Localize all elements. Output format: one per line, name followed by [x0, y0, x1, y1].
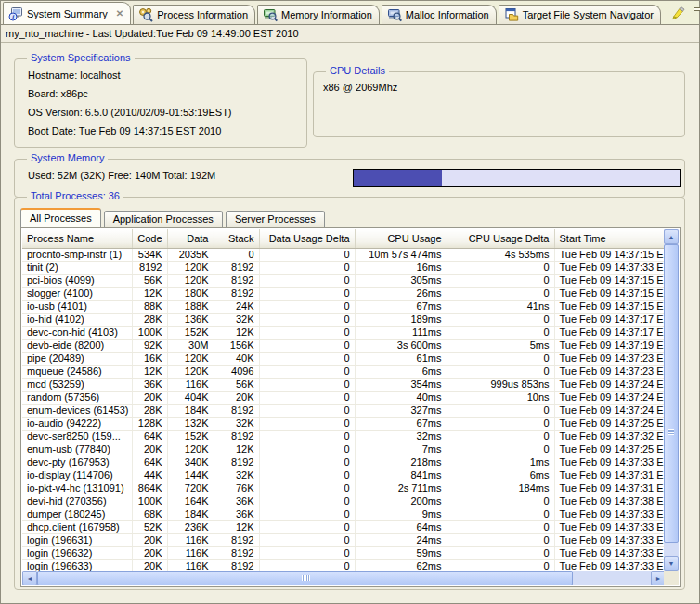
table-row[interactable]: enum-devices (61453) 28K 184K 8192 0 327…	[22, 404, 666, 417]
cell-code: 100K	[132, 326, 167, 339]
tab-all-processes[interactable]: All Processes	[20, 208, 101, 227]
scroll-up-icon: ▲	[668, 234, 675, 240]
cell-cpu-usage-delta: 0	[447, 352, 554, 365]
cell-data: 152K	[167, 326, 214, 339]
table-row[interactable]: devc-ser8250 (159... 64K 152K 8192 0 32m…	[22, 430, 666, 443]
table-row[interactable]: io-audio (94222) 128K 132K 32K 0 67ms 0 …	[22, 417, 666, 430]
cell-data: 132K	[167, 417, 214, 430]
col-start-time[interactable]: Start Time	[554, 229, 666, 248]
horizontal-scrollbar[interactable]: ◄ ►	[22, 571, 666, 585]
tab-label: All Processes	[30, 212, 92, 224]
table-row[interactable]: mqueue (24586) 12K 120K 4096 0 6ms 0 Tue…	[22, 365, 666, 378]
last-updated-text: my_nto_machine - Last Updated:Tue Feb 09…	[6, 28, 299, 39]
table-row[interactable]: devc-pty (167953) 64K 340K 8192 0 218ms …	[22, 456, 666, 469]
tab-application-processes[interactable]: Application Processes	[104, 211, 223, 227]
tab-target-file-system-navigator[interactable]: Target File System Navigator	[499, 5, 661, 24]
cell-process-name: devb-eide (8200)	[22, 339, 132, 352]
table-row[interactable]: login (196631) 20K 116K 8192 0 24ms 0 Tu…	[22, 533, 666, 546]
cell-data: 144K	[167, 469, 214, 482]
table-row[interactable]: devc-con-hid (4103) 100K 152K 12K 0 111m…	[22, 326, 666, 339]
table-row[interactable]: devb-eide (8200) 92K 30M 156K 0 3s 600ms…	[22, 339, 666, 352]
cell-data-usage-delta: 0	[259, 469, 355, 482]
table-row[interactable]: io-pkt-v4-hc (131091) 864K 720K 76K 0 2s…	[22, 482, 666, 495]
close-icon[interactable]: ✕	[116, 8, 123, 19]
vertical-scrollbar[interactable]: ▲ ▼	[664, 229, 679, 571]
cell-cpu-usage: 64ms	[355, 520, 447, 533]
cell-process-name: devc-pty (167953)	[22, 456, 132, 469]
cell-cpu-usage: 7ms	[355, 443, 447, 456]
tab-process-information[interactable]: Process Information	[133, 5, 255, 24]
table-row[interactable]: tinit (2) 8192 120K 8192 0 16ms 0 Tue Fe…	[22, 261, 666, 274]
cell-data: 404K	[167, 391, 214, 404]
table-row[interactable]: io-display (114706) 44K 144K 32K 0 841ms…	[22, 469, 666, 482]
tab-system-summary[interactable]: i System Summary ✕	[3, 2, 131, 24]
tab-label: Malloc Information	[406, 9, 489, 20]
cell-data: 188K	[167, 300, 214, 313]
cell-stack: 76K	[214, 482, 259, 495]
cell-start-time: Tue Feb 09 14:37:19 E.	[554, 339, 666, 352]
horizontal-scrollbar-thumb[interactable]	[37, 571, 573, 585]
cell-start-time: Tue Feb 09 14:37:33 E.	[554, 533, 666, 546]
scroll-left-button[interactable]: ◄	[22, 571, 37, 585]
tab-server-processes[interactable]: Server Processes	[226, 211, 325, 227]
scroll-up-button[interactable]: ▲	[664, 229, 679, 244]
cell-start-time: Tue Feb 09 14:37:15 E.	[554, 300, 666, 313]
cell-cpu-usage-delta: 4s 535ms	[447, 248, 554, 261]
cell-stack: 20K	[214, 391, 259, 404]
view-tab-bar: i System Summary ✕ Process Information	[1, 1, 699, 25]
table-row[interactable]: random (57356) 20K 404K 20K 0 40ms 10ns …	[22, 391, 666, 404]
table-row[interactable]: io-hid (4102) 28K 136K 32K 0 189ms 0 Tue…	[22, 313, 666, 326]
cell-cpu-usage: 67ms	[355, 300, 447, 313]
cell-cpu-usage-delta: 0	[447, 495, 554, 508]
col-code[interactable]: Code	[132, 229, 167, 248]
table-row[interactable]: login (196633) 20K 116K 8192 0 62ms 0 Tu…	[22, 559, 666, 571]
vertical-scrollbar-thumb[interactable]	[664, 244, 679, 543]
table-row[interactable]: pipe (20489) 16K 120K 40K 0 61ms 0 Tue F…	[22, 352, 666, 365]
table-row[interactable]: mcd (53259) 36K 116K 56K 0 354ms 999us 8…	[22, 378, 666, 391]
system-summary-view: i System Summary ✕ Process Information	[0, 0, 700, 604]
cell-data-usage-delta: 0	[259, 520, 355, 533]
col-data-usage-delta[interactable]: Data Usage Delta	[259, 229, 355, 248]
cell-stack: 8192	[214, 430, 259, 443]
cell-start-time: Tue Feb 09 14:37:24 E.	[554, 378, 666, 391]
cell-data: 2035K	[167, 248, 214, 261]
cell-data-usage-delta: 0	[259, 313, 355, 326]
cell-start-time: Tue Feb 09 14:37:17 E.	[554, 326, 666, 339]
cell-stack: 8192	[214, 287, 259, 300]
tab-malloc-information[interactable]: Malloc Information	[382, 5, 497, 24]
cell-code: 20K	[132, 443, 167, 456]
table-row[interactable]: procnto-smp-instr (1) 534K 2035K 0 0 10m…	[22, 248, 666, 261]
cell-stack: 24K	[214, 300, 259, 313]
cell-code: 8192	[132, 261, 167, 274]
cell-start-time: Tue Feb 09 14:37:15 E.	[554, 248, 666, 261]
cell-code: 68K	[132, 508, 167, 520]
cell-cpu-usage: 59ms	[355, 546, 447, 559]
cell-data-usage-delta: 0	[259, 443, 355, 456]
col-stack[interactable]: Stack	[214, 229, 259, 248]
col-cpu-usage[interactable]: CPU Usage	[355, 229, 447, 248]
cell-start-time: Tue Feb 09 14:37:33 E.	[554, 261, 666, 274]
minimize-icon[interactable]	[694, 7, 700, 11]
tab-memory-information[interactable]: Memory Information	[257, 5, 380, 24]
cell-process-name: login (196631)	[22, 533, 132, 546]
table-row[interactable]: enum-usb (77840) 20K 120K 12K 0 7ms 0 Tu…	[22, 443, 666, 456]
table-row[interactable]: io-usb (4101) 88K 188K 24K 0 67ms 41ns T…	[22, 300, 666, 313]
col-process-name[interactable]: Process Name	[22, 229, 132, 248]
table-row[interactable]: devi-hid (270356) 100K 164K 36K 0 200ms …	[22, 495, 666, 508]
cell-cpu-usage: 10m 57s 474ms	[355, 248, 447, 261]
table-row[interactable]: dhcp.client (167958) 52K 236K 12K 0 64ms…	[22, 520, 666, 533]
scroll-down-button[interactable]: ▼	[664, 556, 679, 571]
cell-cpu-usage: 305ms	[355, 274, 447, 287]
table-row[interactable]: pci-bios (4099) 56K 120K 8192 0 305ms 0 …	[22, 274, 666, 287]
table-row[interactable]: slogger (4100) 12K 180K 8192 0 26ms 0 Tu…	[22, 287, 666, 300]
highlighter-icon[interactable]	[671, 6, 686, 20]
table-row[interactable]: login (196632) 20K 116K 8192 0 59ms 0 Tu…	[22, 546, 666, 559]
cell-start-time: Tue Feb 09 14:37:31 E.	[554, 469, 666, 482]
col-data[interactable]: Data	[167, 229, 214, 248]
col-cpu-usage-delta[interactable]: CPU Usage Delta	[447, 229, 554, 248]
cell-data-usage-delta: 0	[259, 559, 355, 571]
board-text: Board: x86pc	[28, 88, 88, 99]
table-row[interactable]: dumper (180245) 68K 184K 36K 0 9ms 0 Tue…	[22, 508, 666, 520]
cell-process-name: dumper (180245)	[22, 508, 132, 520]
cell-start-time: Tue Feb 09 14:37:24 E.	[554, 391, 666, 404]
